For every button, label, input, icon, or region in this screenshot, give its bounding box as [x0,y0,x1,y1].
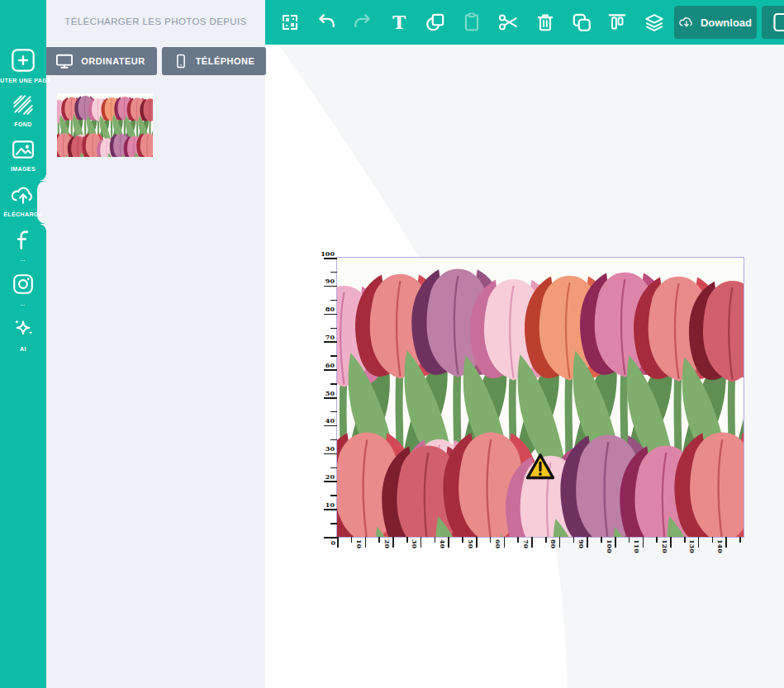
images-icon [12,138,35,161]
sidebar-item-label: FOND [0,121,46,127]
tulip-pattern-canvas-image [337,258,744,537]
upload-panel-title: TÉLÉCHARGER LES PHOTOS DEPUIS [46,17,265,26]
artboard-tulip-image[interactable] [337,258,744,537]
sidebar-item-images[interactable]: IMAGES [0,138,46,172]
sidebar-item-label: IMAGES [0,166,46,172]
redo-icon [352,12,373,33]
secondary-action-button[interactable] [762,6,784,39]
pattern-qr-icon [280,12,300,32]
ai-sparkles-icon [12,318,35,341]
redo-button[interactable] [344,4,381,40]
download-button[interactable]: Download [674,6,757,39]
sidebar-item-telecharge[interactable]: ÉLÉCHARGE [0,183,46,217]
monitor-icon [55,53,74,69]
align-top-icon [606,12,628,33]
facebook-icon [12,228,34,251]
uploaded-photo-thumbnail[interactable] [57,93,153,157]
trash-icon [535,12,556,33]
scissors-icon [497,12,519,33]
editor-toolbar: T [265,0,784,45]
sidebar-item-add-page[interactable]: UTER UNE PAGE [0,48,46,83]
align-top-button[interactable] [599,4,635,40]
text-tool-button[interactable]: T [381,4,417,40]
sidebar-item-facebook[interactable]: .. [0,228,46,262]
delete-button[interactable] [527,4,563,40]
download-button-label: Download [701,17,752,29]
background-hatch-icon [12,93,35,116]
instagram-icon [12,273,35,296]
app-sidebar: UTER UNE PAGE FOND IMAGES ÉLÉCHARGE [0,0,46,688]
upload-panel: TÉLÉCHARGER LES PHOTOS DEPUIS ORDINATEUR… [46,0,265,688]
download-cloud-icon [679,14,694,31]
copy-shape-icon [425,12,446,33]
canvas-area: 1020304050607080901001101201301400102030… [265,45,784,688]
upload-from-computer-button[interactable]: ORDINATEUR [44,47,157,75]
pattern-tool-button[interactable] [272,4,308,40]
plus-square-icon [11,48,36,73]
duplicate-button[interactable] [563,4,600,40]
button-label: TÉLÉPHONE [196,56,255,66]
sidebar-item-label: .. [0,256,46,262]
sidebar-item-ai[interactable]: AI [0,318,46,352]
tulip-pattern-thumbnail-image [57,93,153,157]
undo-icon [316,12,337,33]
warning-triangle-icon[interactable] [525,453,555,481]
copy-style-button[interactable] [417,4,454,40]
sidebar-item-label: AI [0,346,46,352]
sidebar-item-fond[interactable]: FOND [0,93,46,127]
button-label: ORDINATEUR [81,56,145,66]
undo-button[interactable] [308,4,344,40]
cut-button[interactable] [490,4,526,40]
sidebar-item-label: UTER UNE PAGE [0,78,46,83]
upload-from-phone-button[interactable]: TÉLÉPHONE [162,47,266,75]
paste-button[interactable] [454,4,490,40]
duplicate-icon [571,12,592,33]
smartphone-icon [173,53,188,69]
sidebar-item-label: .. [0,301,46,306]
paste-clipboard-icon [461,12,482,33]
svg-text:T: T [392,12,406,33]
upload-cloud-icon [11,183,36,206]
device-frame-icon [773,12,784,32]
text-icon: T [388,12,410,33]
sidebar-item-label: ÉLÉCHARGE [0,211,46,217]
sidebar-item-instagram[interactable]: .. [0,273,46,306]
layers-icon [644,12,665,33]
layers-button[interactable] [636,4,672,40]
